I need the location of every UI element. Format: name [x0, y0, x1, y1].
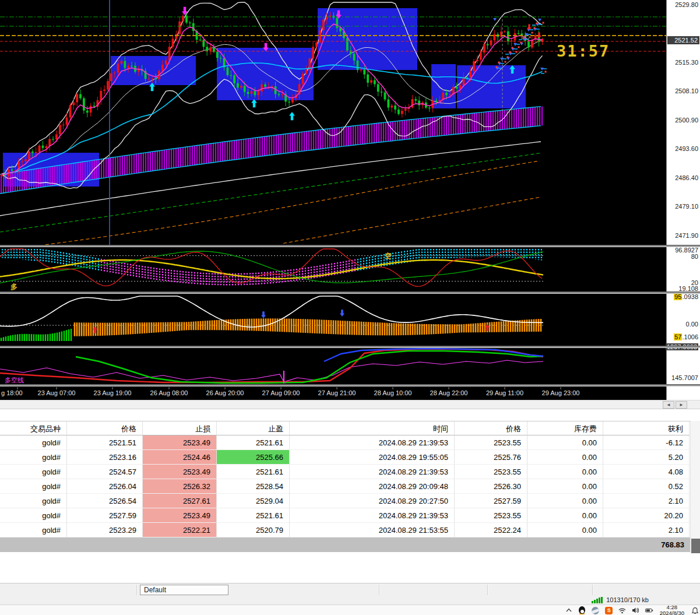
time-axis-label: 28 Aug 22:00 — [430, 389, 468, 396]
trade-terminal: 交易品种价格止损止盈时间价格库存费获利 gold#2521.512523.492… — [0, 409, 700, 583]
table-cell: 0.52 — [603, 479, 690, 494]
toolbar-separator — [592, 585, 593, 595]
connection-signal-icon — [592, 597, 606, 603]
windows-taskbar[interactable]: S — [0, 605, 700, 615]
table-cell: 2523.49 — [143, 435, 217, 450]
subwindow-separator-4[interactable] — [0, 384, 700, 386]
toolbar-separator — [487, 585, 488, 595]
template-combobox[interactable]: Default — [140, 585, 228, 595]
axis-label: 2508.10 — [675, 87, 698, 94]
table-scrollbar[interactable] — [690, 421, 700, 553]
toolbar-separator — [136, 585, 138, 595]
table-cell: 2.10 — [603, 523, 690, 537]
time-axis-label: 27 Aug 21:00 — [318, 389, 356, 396]
table-cell: 0.00 — [527, 435, 603, 450]
chart-area[interactable]: 空多多空线g 18:0023 Aug 07:0023 Aug 19:0026 A… — [0, 0, 700, 400]
table-cell: 2523.29 — [67, 523, 143, 537]
table-row[interactable]: gold#2521.512523.492521.612024.08.29 21:… — [0, 435, 690, 450]
column-header[interactable]: 时间 — [290, 421, 455, 435]
column-header[interactable]: 库存费 — [527, 421, 603, 435]
axis-label: 2515.30 — [675, 59, 698, 66]
signal-text: 多 — [10, 283, 17, 291]
time-axis-label: 28 Aug 10:00 — [374, 389, 412, 396]
column-header[interactable]: 止损 — [143, 421, 217, 435]
table-cell: 2528.54 — [217, 479, 290, 494]
table-row[interactable]: gold#2526.542527.612529.042024.08.29 20:… — [0, 494, 690, 508]
table-cell: 0.00 — [527, 450, 603, 465]
status-bar: 101310/170 kb — [0, 596, 700, 605]
table-row[interactable]: gold#2526.042526.322528.542024.08.29 20:… — [0, 479, 690, 494]
chart-canvas[interactable]: 空多多空线g 18:0023 Aug 07:0023 Aug 19:0026 A… — [0, 0, 666, 400]
tray-expand-chevron-icon[interactable] — [565, 606, 573, 614]
signal-text: 空 — [385, 252, 392, 260]
axis-label: 2493.60 — [675, 145, 698, 152]
axis-label: 80 — [691, 253, 698, 260]
time-axis-label: 29 Aug 23:00 — [542, 389, 580, 396]
table-cell: 2024.08.29 20:09:48 — [290, 479, 455, 494]
subwindow-separator-2[interactable] — [0, 291, 700, 294]
table-cell: 2024.08.29 20:27:50 — [290, 494, 455, 508]
table-cell: 2526.30 — [455, 479, 527, 494]
table-cell: 20.20 — [603, 508, 690, 523]
scroll-left-button[interactable]: ◄ — [663, 401, 674, 409]
column-header[interactable]: 价格 — [67, 421, 143, 435]
qq-icon[interactable] — [578, 606, 586, 614]
table-row[interactable]: gold#2523.162524.462525.662024.08.29 19:… — [0, 450, 690, 465]
table-cell: gold# — [0, 465, 67, 479]
toolbar-separator — [379, 585, 380, 595]
table-cell: 0.00 — [527, 523, 603, 537]
column-header[interactable]: 获利 — [603, 421, 690, 435]
bottom-toolbar: Default — [0, 583, 700, 596]
indicator-name-label: 多空线 — [5, 377, 24, 384]
table-cell: 2523.55 — [455, 435, 527, 450]
axis-label: 2529.80 — [675, 1, 698, 8]
table-cell: 2024.08.29 21:39:53 — [290, 508, 455, 523]
wifi-icon[interactable] — [618, 606, 627, 614]
table-row[interactable]: gold#2527.592523.492521.612024.08.29 21:… — [0, 508, 690, 523]
table-cell: 2527.61 — [143, 494, 217, 508]
sogou-input-icon[interactable]: S — [605, 606, 613, 614]
column-header[interactable]: 交易品种 — [0, 421, 67, 435]
volume-icon[interactable] — [632, 606, 640, 614]
table-cell: 0.00 — [527, 465, 603, 479]
axis-current-value: 57.1006 — [674, 333, 698, 340]
axis-label: 2479.10 — [675, 203, 698, 210]
candle-countdown-timer: 31:57 — [557, 42, 610, 60]
table-cell: 2526.54 — [67, 494, 143, 508]
misc-layer: 31:57 — [557, 42, 610, 60]
table-cell: 2024.08.29 21:53:55 — [290, 523, 455, 537]
time-axis-label: 26 Aug 08:00 — [150, 389, 188, 396]
table-cell: 2526.32 — [143, 479, 217, 494]
table-cell: 2024.08.29 19:55:05 — [290, 450, 455, 465]
table-cell: gold# — [0, 435, 67, 450]
table-cell: 0.00 — [527, 494, 603, 508]
table-scrollbar-thumb[interactable] — [691, 539, 700, 553]
battery-icon[interactable] — [645, 606, 653, 614]
table-cell: -6.12 — [603, 435, 690, 450]
table-cell: 4.08 — [603, 465, 690, 479]
subwindow-separator-1[interactable] — [0, 245, 700, 247]
table-cell: 2521.61 — [217, 435, 290, 450]
table-cell: 2520.79 — [217, 523, 290, 537]
table-cell: 2525.66 — [217, 450, 290, 465]
column-header[interactable]: 止盈 — [217, 421, 290, 435]
column-header[interactable]: 价格 — [455, 421, 527, 435]
table-cell: 2525.76 — [455, 450, 527, 465]
scroll-right-button[interactable]: ► — [676, 401, 687, 409]
axis-current-value: 95.0938 — [674, 293, 698, 300]
notification-bell-icon[interactable] — [691, 606, 699, 614]
axis-label: 145.7007 — [671, 374, 698, 381]
chart-hscrollbar[interactable]: ◄ ► — [0, 400, 700, 409]
table-row[interactable]: gold#2524.572523.492521.612024.08.29 21:… — [0, 465, 690, 479]
table-cell: 2524.57 — [67, 465, 143, 479]
table-cell: 2527.59 — [67, 508, 143, 523]
time-axis-label: 23 Aug 07:00 — [38, 389, 76, 396]
table-cell: 2522.21 — [143, 523, 217, 537]
pc-manager-icon[interactable] — [592, 606, 600, 614]
table-cell: gold# — [0, 479, 67, 494]
table-cell: 2521.51 — [67, 435, 143, 450]
table-row[interactable]: gold#2523.292522.212520.792024.08.29 21:… — [0, 523, 690, 537]
system-tray[interactable]: S — [565, 605, 699, 615]
taskbar-clock[interactable]: 4:28 2024/8/30 — [659, 605, 685, 615]
subwindow-separator-3[interactable] — [0, 346, 700, 348]
